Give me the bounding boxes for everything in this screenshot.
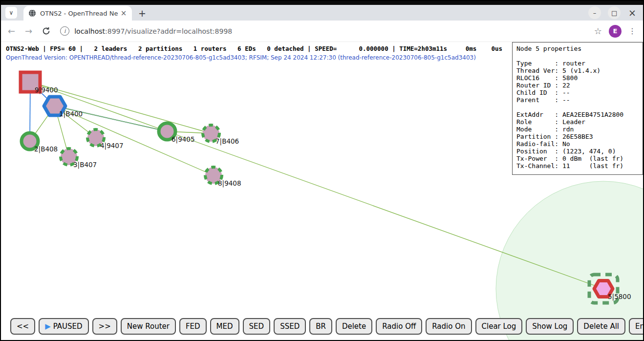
node-label-6: 6|9405 [172, 135, 195, 144]
toolbar-button-show-log[interactable]: Show Log [526, 318, 574, 335]
toolbar-button-step-forward[interactable]: >> [92, 318, 117, 335]
chevron-down-icon: ∨ [9, 9, 14, 16]
toolbar-button-energy-stats[interactable]: Energy-stats ↗ [629, 318, 643, 335]
toolbar-button-label: Delete All [583, 322, 619, 331]
otns-canvas-area: 9|94001|B4002|B4083|B4074|94076|94057|B4… [1, 42, 643, 340]
radio-range-circle [496, 181, 643, 340]
toolbar-button-label: << [17, 322, 29, 331]
node-label-7: 7|B406 [215, 137, 239, 146]
url-bar: ← → i localhost:8997/visualize?addr=loca… [1, 21, 643, 42]
toolbar-button-label: Radio On [432, 322, 465, 331]
close-icon: × [628, 7, 636, 18]
node-label-5: 5|5800 [608, 293, 631, 301]
toolbar-button-label: BR [316, 322, 326, 331]
node-label-2: 2|B408 [34, 145, 58, 153]
toolbar-button-label: Show Log [532, 322, 567, 331]
maximize-icon: □ [611, 9, 617, 17]
browser-window: ∨ OTNS2 - OpenThread Ne × + – □ × ← → [0, 0, 644, 341]
toolbar-button-med[interactable]: MED [210, 318, 239, 335]
node-label-9: 9|9400 [35, 86, 58, 94]
play-icon: ▶ [45, 322, 51, 331]
toolbar-button-label: Delete [342, 322, 366, 331]
toolbar-button-label: >> [99, 322, 111, 331]
node-label-8: 8|9408 [218, 179, 241, 188]
toolbar-button-label: Clear Log [482, 322, 516, 331]
globe-favicon-icon [28, 9, 36, 17]
node-properties-text: Node 5 properties Type : router Thread V… [516, 45, 639, 170]
action-toolbar: <<▶PAUSED>>New RouterFEDMEDSEDSSEDBRDele… [10, 318, 643, 335]
tab-close-icon[interactable]: × [119, 9, 128, 18]
back-button[interactable]: ← [8, 26, 15, 36]
toolbar-button-br[interactable]: BR [309, 318, 332, 335]
node-label-4: 4|9407 [100, 142, 124, 150]
minimize-icon: – [593, 9, 597, 17]
tab-otns2[interactable]: OTNS2 - OpenThread Ne × [23, 6, 132, 21]
toolbar-button-sed[interactable]: SED [243, 318, 271, 335]
new-tab-button[interactable]: + [136, 7, 149, 20]
window-top-edge [1, 1, 643, 5]
toolbar-button-label: PAUSED [53, 322, 83, 331]
url-origin: localhost [74, 27, 105, 35]
toolbar-button-label: Radio Off [382, 322, 416, 331]
profile-avatar[interactable]: E [609, 25, 622, 38]
toolbar-button-delete[interactable]: Delete [336, 318, 372, 335]
tab-strip: ∨ OTNS2 - OpenThread Ne × + – □ × [1, 5, 643, 21]
forward-button[interactable]: → [25, 26, 32, 36]
bookmark-star-icon[interactable]: ☆ [594, 26, 602, 36]
toolbar-button-delete-all[interactable]: Delete All [577, 318, 625, 335]
minimize-button[interactable]: – [588, 6, 601, 19]
refresh-button[interactable] [42, 27, 50, 35]
toolbar-button-radio-off[interactable]: Radio Off [376, 318, 422, 335]
toolbar-button-label: FED [186, 322, 200, 331]
toolbar-button-step-back[interactable]: << [10, 318, 35, 335]
site-info-icon[interactable]: i [60, 26, 69, 36]
browser-menu-icon[interactable]: ⋮ [628, 26, 636, 36]
toolbar-button-clear-log[interactable]: Clear Log [475, 318, 523, 335]
tab-title: OTNS2 - OpenThread Ne [40, 10, 119, 17]
node-label-1: 1|B400 [59, 110, 83, 118]
address-input[interactable]: localhost:8997/visualize?addr=localhost:… [74, 27, 587, 35]
toolbar-button-label: MED [216, 322, 233, 331]
toolbar-button-radio-on[interactable]: Radio On [426, 318, 472, 335]
node-label-3: 3|B407 [73, 161, 97, 169]
toolbar-button-ssed[interactable]: SSED [274, 318, 306, 335]
url-path: :8997/visualize?addr=localhost:8998 [105, 27, 232, 35]
toolbar-button-fed[interactable]: FED [179, 318, 207, 335]
toolbar-button-label: Energy-stats ↗ [635, 322, 643, 331]
toolbar-button-pause[interactable]: ▶PAUSED [39, 318, 88, 335]
toolbar-button-label: SED [249, 322, 264, 331]
toolbar-button-new-router[interactable]: New Router [121, 318, 176, 335]
maximize-button[interactable]: □ [608, 6, 621, 19]
tab-search-button[interactable]: ∨ [5, 7, 17, 19]
toolbar-button-label: SSED [280, 322, 300, 331]
window-controls: – □ × [588, 6, 637, 20]
toolbar-button-label: New Router [127, 322, 170, 331]
window-close-button[interactable]: × [627, 7, 637, 18]
node-properties-panel: Node 5 properties Type : router Thread V… [512, 42, 643, 175]
